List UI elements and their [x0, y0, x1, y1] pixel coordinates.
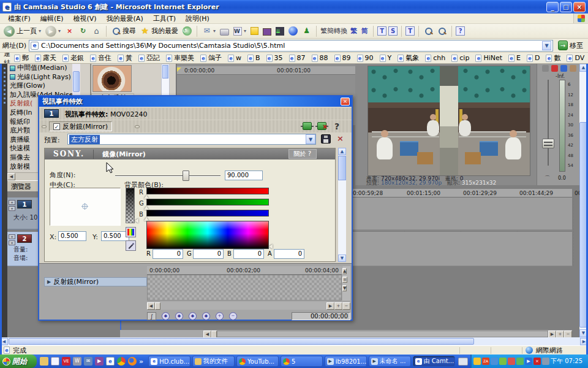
link-item[interactable]: e車樂美: [163, 53, 197, 63]
save-preset-icon[interactable]: [321, 134, 331, 144]
menu-file[interactable]: 檔案(F): [4, 13, 35, 24]
keyframe-row-header[interactable]: ▶反射鏡(Mirror): [44, 277, 147, 286]
tray-smiley-icon[interactable]: [473, 358, 481, 365]
tray-update-icon[interactable]: [499, 358, 507, 365]
link-item[interactable]: e89: [331, 53, 354, 63]
blue-gradient-bar[interactable]: [146, 210, 269, 217]
simplified-button[interactable]: 简: [360, 26, 369, 36]
combo-dropdown-icon[interactable]: ▼: [306, 134, 315, 144]
scrollbar-thumb[interactable]: [211, 331, 217, 338]
track-toggle-button[interactable]: ≡: [9, 240, 15, 245]
menu-tools[interactable]: 工具(T): [149, 13, 180, 24]
link-item[interactable]: e87: [286, 53, 309, 63]
center-picker[interactable]: [50, 188, 121, 226]
alpha-strip[interactable]: [126, 188, 135, 223]
link-item[interactable]: e氣象: [394, 53, 422, 63]
lock-translate-button[interactable]: T: [405, 26, 415, 36]
effect-enable-toggle[interactable]: ✓ 反射鏡(Mirror): [49, 121, 112, 131]
link-item[interactable]: e35: [263, 53, 286, 63]
link-item[interactable]: eY: [377, 53, 395, 63]
scrollbar-thumb[interactable]: [9, 338, 474, 345]
word-icon[interactable]: W: [73, 357, 81, 366]
mail-button[interactable]: ✉▾: [201, 26, 217, 36]
delete-keyframe-button[interactable]: −: [229, 312, 237, 320]
link-item[interactable]: eDV: [564, 53, 587, 63]
b-input[interactable]: 0: [233, 249, 264, 259]
link-item[interactable]: e老銀: [59, 53, 87, 63]
link-item[interactable]: e鴿子: [197, 53, 225, 63]
link-item[interactable]: e郵: [11, 53, 32, 63]
lock-icon[interactable]: ⌒: [545, 174, 550, 182]
link-item[interactable]: e數: [543, 53, 564, 63]
link-item[interactable]: e露天: [32, 53, 59, 63]
tray-zonealarm-icon[interactable]: ZA: [482, 358, 489, 365]
keyframe-track[interactable]: [147, 275, 342, 301]
link-item[interactable]: eE: [505, 53, 524, 63]
palette-button[interactable]: [126, 227, 136, 237]
scroll-right-icon[interactable]: ▶: [326, 302, 334, 310]
taskbar-button[interactable]: 我的文件: [192, 356, 235, 367]
zoom-in-button[interactable]: +: [334, 302, 342, 310]
trimmer-ruler[interactable]: 0:00:00;00 00:00:01;00: [177, 66, 355, 75]
tray-player-icon[interactable]: ▶: [525, 358, 532, 365]
angle-slider-handle[interactable]: [183, 171, 189, 181]
x-input[interactable]: 0.500: [58, 231, 86, 241]
link-item[interactable]: e亞記: [135, 53, 163, 63]
scroll-down-icon[interactable]: ▼: [342, 285, 347, 291]
favorites-button[interactable]: ★我的最愛: [139, 26, 179, 36]
zoom-out-button[interactable]: −: [342, 302, 350, 310]
link-item[interactable]: ew: [225, 53, 244, 63]
folder-icon[interactable]: [40, 357, 48, 366]
restore-button[interactable]: □: [560, 2, 572, 12]
ie-icon[interactable]: e: [106, 357, 115, 366]
taskbar-button[interactable]: YouTub...: [236, 356, 279, 367]
zoom-out-button[interactable]: −: [564, 331, 572, 338]
media-button[interactable]: [262, 27, 273, 36]
first-keyframe-button[interactable]: ◆: [162, 312, 170, 320]
go-button[interactable]: →移至: [556, 40, 586, 50]
document-icon[interactable]: [51, 357, 59, 366]
keyframe-vscrollbar[interactable]: ▲ ≡ ▼: [342, 266, 350, 301]
about-button[interactable]: 關於 ?: [288, 149, 317, 159]
prev-keyframe-button[interactable]: ◆: [175, 312, 183, 320]
traditional-button[interactable]: 繁: [349, 26, 358, 36]
link-item[interactable]: e黃: [115, 53, 135, 63]
angle-input[interactable]: 90.000: [225, 171, 263, 180]
scroll-down-icon[interactable]: ▼: [338, 255, 346, 262]
scroll-left-icon[interactable]: ◀: [147, 302, 155, 310]
video-preview-frame[interactable]: [368, 66, 530, 176]
plugin-help-icon[interactable]: ?: [334, 121, 339, 131]
tray-volume-icon[interactable]: [542, 358, 549, 365]
g-input[interactable]: 0: [193, 249, 224, 259]
eyedropper-button[interactable]: [126, 240, 136, 251]
close-button[interactable]: ×: [573, 2, 586, 12]
search-button[interactable]: 搜尋: [110, 26, 137, 36]
zoom-in-button[interactable]: +: [556, 331, 564, 338]
mixer-mute-icon[interactable]: [560, 65, 567, 72]
print-button[interactable]: [219, 27, 230, 36]
link-item[interactable]: eB: [244, 53, 263, 63]
track-toggle-button[interactable]: ≡: [9, 234, 15, 239]
tray-network-icon[interactable]: [491, 358, 498, 365]
link-item[interactable]: eHiNet: [472, 53, 505, 63]
timeline-hscrollbar[interactable]: ◀ ▶ + −: [120, 330, 572, 337]
menu-favorites[interactable]: 我的最愛(A): [102, 13, 148, 24]
add-plugin-icon[interactable]: [303, 122, 312, 130]
zoom-in-button[interactable]: [423, 26, 434, 36]
chrome-icon[interactable]: [117, 357, 126, 366]
edit-word-button[interactable]: W▾: [232, 27, 247, 36]
mixer-gear-icon[interactable]: [551, 65, 558, 72]
delete-preset-icon[interactable]: ×: [337, 134, 344, 143]
quicklaunch-overflow-chevron[interactable]: »: [139, 358, 143, 366]
dialog-titlebar[interactable]: 視訊事件特效: [39, 96, 352, 107]
link-item[interactable]: e音住: [87, 53, 115, 63]
scroll-left-icon[interactable]: ◀: [203, 331, 211, 338]
scrollbar-thumb[interactable]: [338, 156, 346, 180]
menu-help[interactable]: 說明(H): [181, 13, 214, 24]
tray-blocked-icon[interactable]: [508, 358, 515, 365]
forward-button[interactable]: ▶▾: [44, 26, 62, 37]
link-item[interactable]: e90: [354, 53, 377, 63]
checkbox-checked-icon[interactable]: ✓: [53, 123, 60, 130]
last-keyframe-button[interactable]: ◆: [202, 312, 210, 320]
messenger-button[interactable]: ♟: [301, 26, 312, 36]
